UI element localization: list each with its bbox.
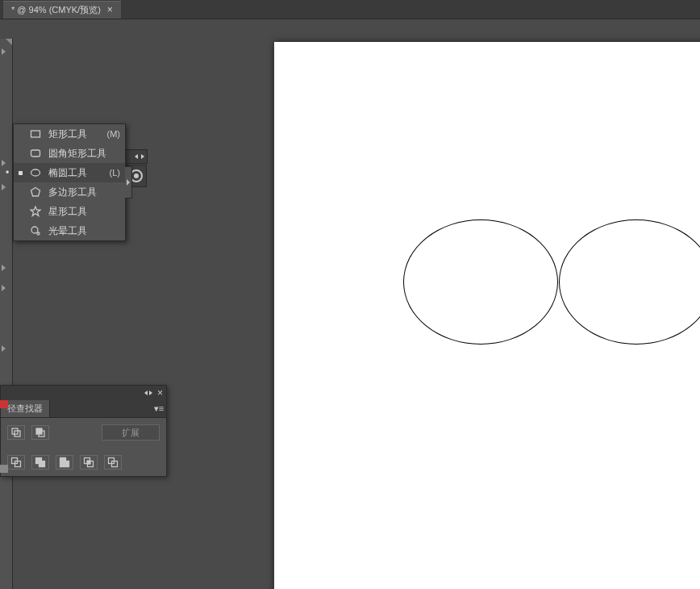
document-tab-title: * @ 94% (CMYK/预览) (11, 4, 101, 16)
tool-flyout-indicator[interactable] (2, 285, 6, 291)
tool-flyout-indicator[interactable] (2, 345, 6, 352)
flare-tool-item[interactable]: 光晕工具 (14, 221, 125, 240)
svg-point-6 (37, 232, 40, 235)
document-tab-bar: * @ 94% (CMYK/预览) × (0, 0, 700, 19)
ellipse-tool-item[interactable]: 椭圆工具 (L) (14, 163, 125, 182)
shape-tool-flyout: 矩形工具 (M) 圆角矩形工具 椭圆工具 (L) 多边形工具 (13, 123, 126, 241)
tool-shortcut: (L) (110, 168, 120, 178)
rectangle-icon (29, 127, 42, 140)
pathfinder-trim-button[interactable] (31, 455, 49, 470)
document-tab[interactable]: * @ 94% (CMYK/预览) × (3, 1, 121, 19)
collapse-right-icon (141, 154, 144, 159)
panel-title: 径查找器 (7, 403, 43, 415)
pathfinder-crop-button[interactable] (80, 455, 98, 470)
rounded-rectangle-tool-item[interactable]: 圆角矩形工具 (14, 144, 125, 163)
svg-point-5 (31, 227, 38, 233)
tool-label: 圆角矩形工具 (48, 147, 106, 161)
tool-flyout-indicator[interactable] (2, 48, 6, 55)
svg-rect-0 (31, 131, 40, 137)
workspace: 矩形工具 (M) 圆角矩形工具 椭圆工具 (L) 多边形工具 (0, 19, 700, 589)
panel-menu-button[interactable]: ▾≡ (152, 400, 166, 417)
toolbar-corner-icon (6, 39, 12, 45)
tool-label: 光晕工具 (48, 224, 87, 238)
panel-marker-icon (0, 400, 8, 408)
watermark-url: jingyan.baidu.com (591, 569, 676, 581)
panel-dock-header[interactable] (125, 149, 148, 164)
expand-button-label: 扩展 (122, 427, 140, 439)
polygon-tool-item[interactable]: 多边形工具 (14, 182, 125, 202)
canvas-area[interactable] (0, 19, 700, 589)
shape-mode-unite-button[interactable] (7, 425, 25, 440)
flyout-tearoff-handle[interactable] (125, 166, 132, 198)
artboard[interactable] (274, 42, 700, 589)
pathfinder-panel: × 径查找器 ▾≡ 扩展 (0, 385, 167, 477)
svg-rect-14 (40, 462, 45, 467)
panel-controls: × (1, 386, 166, 400)
polygon-icon (29, 186, 42, 198)
rectangle-tool-item[interactable]: 矩形工具 (M) (14, 124, 125, 144)
panel-marker-icon (0, 465, 8, 473)
tool-flyout-indicator[interactable] (2, 160, 6, 166)
collapse-left-icon (135, 154, 138, 159)
ellipse-shape-2[interactable] (559, 219, 700, 345)
watermark-text: 经验 (629, 536, 676, 566)
panel-collapse-left-icon[interactable] (144, 391, 148, 395)
pathfinder-merge-button[interactable] (56, 455, 73, 470)
paw-icon (592, 539, 624, 563)
rounded-rectangle-icon (29, 147, 42, 160)
expand-button[interactable]: 扩展 (102, 424, 160, 441)
pathfinder-outline-button[interactable] (104, 455, 122, 470)
tool-shortcut: (M) (107, 129, 121, 139)
svg-marker-4 (31, 207, 40, 216)
tool-label: 多边形工具 (48, 186, 97, 199)
pathfinder-divide-button[interactable] (7, 455, 25, 470)
shape-mode-minus-front-button[interactable] (31, 425, 49, 440)
star-tool-item[interactable]: 星形工具 (14, 202, 125, 221)
watermark: Bai 经验 (549, 536, 676, 566)
ellipse-shape-1[interactable] (403, 219, 558, 345)
star-icon (29, 205, 42, 218)
svg-rect-1 (31, 150, 40, 157)
watermark-text: Bai (549, 538, 587, 564)
tool-label: 矩形工具 (48, 127, 87, 141)
tool-label: 星形工具 (48, 205, 87, 219)
pathfinder-tab[interactable]: 径查找器 (1, 400, 50, 417)
close-tab-icon[interactable]: × (107, 4, 113, 15)
svg-marker-3 (31, 188, 40, 197)
tool-flyout-indicator[interactable] (2, 184, 6, 190)
panel-close-icon[interactable]: × (157, 387, 163, 399)
tool-flyout-indicator[interactable] (2, 265, 6, 271)
flare-icon (29, 224, 42, 237)
panel-collapse-right-icon[interactable] (149, 391, 152, 395)
toolbar-strip (0, 39, 13, 589)
ellipse-icon (29, 166, 42, 179)
svg-point-2 (31, 169, 40, 176)
tool-label: 椭圆工具 (48, 166, 87, 180)
